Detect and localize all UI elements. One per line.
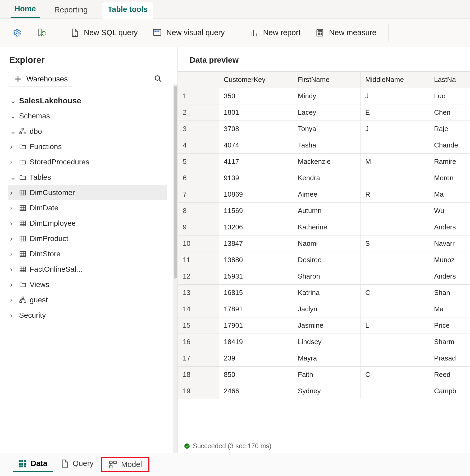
cell: Desiree <box>293 252 361 268</box>
settings-button[interactable] <box>8 26 26 40</box>
table-row[interactable]: 192466SydneyCampb <box>178 383 470 399</box>
row-number: 15 <box>178 317 219 334</box>
add-warehouses-button[interactable]: Warehouses <box>8 72 73 86</box>
svg-rect-30 <box>21 463 23 465</box>
new-visual-query-button[interactable]: New visual query <box>148 26 230 40</box>
cell <box>361 383 429 399</box>
new-measure-button[interactable]: New measure <box>311 26 381 40</box>
svg-rect-6 <box>318 30 322 31</box>
svg-rect-17 <box>20 190 26 195</box>
tree-dbo[interactable]: ⌄ dbo <box>8 124 167 139</box>
cell: Tonya <box>293 121 361 137</box>
explorer-scrollbar[interactable] <box>173 84 177 453</box>
cell <box>361 219 429 235</box>
row-number: 14 <box>178 301 219 317</box>
cell: 16815 <box>219 285 293 301</box>
tree-schemas[interactable]: ⌄ Schemas <box>8 108 167 124</box>
new-measure-label: New measure <box>329 28 376 37</box>
table-row[interactable]: 811569AutumnWu <box>178 203 470 219</box>
table-row[interactable]: 1417891JaclynMa <box>178 301 470 317</box>
table-row[interactable]: 18850FaithCReed <box>178 367 470 383</box>
tree-table-item[interactable]: ›DimEmployee <box>8 216 167 231</box>
cell <box>361 252 429 268</box>
table-row[interactable]: 1013847NaomiSNavarr <box>178 235 470 252</box>
report-icon <box>249 28 258 37</box>
table-row[interactable]: 54117MackenzieMRamire <box>178 154 470 170</box>
table-row[interactable]: 17239MayraPrasad <box>178 350 470 367</box>
cell: J <box>361 88 429 104</box>
tree-table-label: DimDate <box>30 204 58 212</box>
refresh-icon <box>36 28 45 37</box>
schema-icon <box>19 128 26 135</box>
footer-data-label: Data <box>31 459 47 468</box>
tree-table-item[interactable]: ›DimDate <box>8 200 167 216</box>
svg-rect-24 <box>20 301 21 303</box>
table-row[interactable]: 1215931SharonAnders <box>178 268 470 285</box>
tab-reporting[interactable]: Reporting <box>51 6 92 18</box>
row-number: 9 <box>178 219 219 235</box>
cell: Chande <box>429 137 470 154</box>
footer-tab-query[interactable]: Query <box>55 457 99 472</box>
tree-table-item[interactable]: ›DimStore <box>8 246 167 262</box>
cell: Shan <box>429 285 470 301</box>
row-number: 6 <box>178 170 219 186</box>
tree-table-item[interactable]: ›DimProduct <box>8 231 167 246</box>
tree-tables[interactable]: ⌄ Tables <box>8 170 167 185</box>
cell: Navarr <box>429 235 470 252</box>
table-row[interactable]: 69139KendraMoren <box>178 170 470 186</box>
tree-table-item[interactable]: ›FactOnlineSal... <box>8 262 167 277</box>
svg-rect-33 <box>21 465 23 467</box>
chevron-right-icon: › <box>10 250 16 258</box>
cell: Wu <box>429 203 470 219</box>
tree-table-item[interactable]: ›DimCustomer <box>8 185 167 200</box>
tab-tabletools[interactable]: Table tools <box>102 2 153 19</box>
tree-root[interactable]: ⌄ SalesLakehouse <box>8 93 167 108</box>
table-row[interactable]: 1618419LindseySharm <box>178 334 470 350</box>
tree-views[interactable]: › Views <box>8 277 167 292</box>
table-row[interactable]: 44074TashaChande <box>178 137 470 154</box>
table-row[interactable]: 33708TonyaJRaje <box>178 121 470 137</box>
table-row[interactable]: 1350MindyJLuo <box>178 88 470 104</box>
refresh-button[interactable] <box>32 26 50 40</box>
col-header[interactable]: CustomerKey <box>219 72 293 88</box>
col-header[interactable]: LastNa <box>429 72 470 88</box>
new-sql-query-button[interactable]: SQL New SQL query <box>65 26 143 40</box>
tree-table-label: DimStore <box>30 250 61 258</box>
table-row[interactable]: 1316815KatrinaCShan <box>178 285 470 301</box>
cell: 3708 <box>219 121 293 137</box>
table-row[interactable]: 913206KatherineAnders <box>178 219 470 235</box>
table-row[interactable]: 1113880DesireeMunoz <box>178 252 470 268</box>
cell: 10869 <box>219 186 293 203</box>
svg-point-13 <box>155 76 160 80</box>
table-icon <box>19 189 26 196</box>
footer-tab-model[interactable]: Model <box>101 457 149 472</box>
svg-rect-14 <box>22 128 24 130</box>
table-row[interactable]: 21801LaceyEChen <box>178 104 470 121</box>
data-grid[interactable]: CustomerKey FirstName MiddleName LastNa … <box>178 71 470 439</box>
col-header[interactable]: FirstName <box>293 72 361 88</box>
search-button[interactable] <box>152 74 164 84</box>
col-header[interactable]: MiddleName <box>361 72 429 88</box>
folder-icon <box>19 174 26 181</box>
row-number: 11 <box>178 252 219 268</box>
cell: M <box>361 154 429 170</box>
cell: Reed <box>429 367 470 383</box>
svg-rect-35 <box>109 461 112 464</box>
table-row[interactable]: 710869AimeeRMa <box>178 186 470 203</box>
cell: Aimee <box>293 186 361 203</box>
tree-table-label: FactOnlineSal... <box>30 265 82 274</box>
tab-home[interactable]: Home <box>11 4 40 18</box>
footer-tab-data[interactable]: Data <box>13 457 53 472</box>
svg-rect-37 <box>109 466 112 468</box>
tree-guest[interactable]: › guest <box>8 292 167 308</box>
data-preview-title: Data preview <box>190 56 470 64</box>
cell: Jasmine <box>293 317 361 334</box>
measure-icon <box>315 28 324 37</box>
cell: Ramire <box>429 154 470 170</box>
new-report-button[interactable]: New report <box>244 26 305 40</box>
table-row[interactable]: 1517901JasmineLPrice <box>178 317 470 334</box>
tree-security[interactable]: › Security <box>8 308 167 323</box>
row-number: 8 <box>178 203 219 219</box>
tree-storedprocedures[interactable]: › StoredProcedures <box>8 154 167 170</box>
tree-functions[interactable]: › Functions <box>8 139 167 154</box>
